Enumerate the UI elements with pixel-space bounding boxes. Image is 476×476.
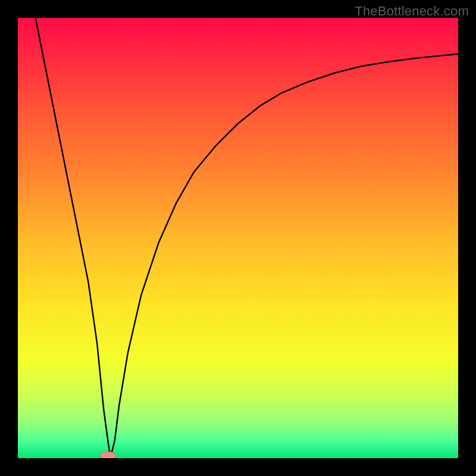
curve-layer	[18, 18, 458, 458]
plot-area	[18, 18, 458, 458]
chart-frame: TheBottleneck.com	[0, 0, 476, 476]
optimal-marker	[100, 452, 116, 458]
bottleneck-curve	[36, 18, 458, 458]
watermark-text: TheBottleneck.com	[355, 4, 469, 19]
